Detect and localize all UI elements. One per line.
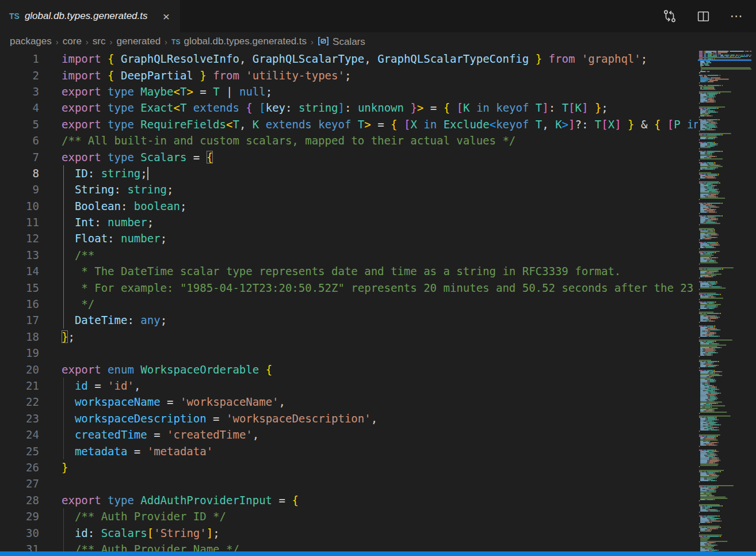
code-line[interactable]: 22 workspaceName = 'workspaceName', (0, 394, 698, 410)
code-line[interactable]: 15 * For example: "1985-04-12T23:20:50.5… (0, 279, 698, 295)
code-line[interactable]: 16 */ (0, 296, 698, 312)
breadcrumb-item-packages[interactable]: packages (10, 36, 52, 47)
line-number: 11 (0, 216, 39, 229)
line-number: 10 (0, 200, 39, 212)
code-line[interactable]: 18}; (0, 329, 698, 345)
line-number: 15 (0, 281, 39, 294)
code-text: */ (62, 298, 94, 310)
code-line[interactable]: 1import { GraphQLResolveInfo, GraphQLSca… (0, 51, 698, 67)
split-editor-icon[interactable] (695, 8, 711, 24)
breadcrumb: packages›core›src›generated›TSglobal.db.… (0, 32, 756, 51)
breadcrumb-item-scalars[interactable]: Scalars (318, 35, 365, 48)
breadcrumb-separator: › (86, 37, 89, 47)
line-number: 20 (0, 363, 39, 376)
more-actions-icon[interactable]: ⋯ (728, 8, 744, 24)
line-number: 5 (0, 118, 39, 131)
code-line[interactable]: 14 * The DateTime scalar type represents… (0, 263, 698, 279)
line-number: 13 (0, 249, 39, 261)
breadcrumb-label: global.db.types.generated.ts (184, 36, 307, 47)
code-line[interactable]: 28export type AddAuthProviderInput = { (0, 492, 698, 508)
line-number: 4 (0, 101, 39, 114)
code-line[interactable]: 6/** All built-in and custom scalars, ma… (0, 132, 698, 148)
code-line[interactable]: 30 id: Scalars['String']; (0, 524, 698, 540)
code-text: workspaceName = 'workspaceName', (62, 395, 285, 408)
code-text: workspaceDescription = 'workspaceDescrip… (62, 412, 377, 425)
code-line[interactable]: 21 id = 'id', (0, 378, 698, 394)
line-number: 9 (0, 183, 39, 196)
code-line[interactable]: 2import { DeepPartial } from 'utility-ty… (0, 67, 698, 83)
code-text: Boolean: boolean; (62, 200, 186, 212)
code-text: metadata = 'metadata' (62, 445, 213, 458)
line-number: 8 (0, 167, 39, 180)
code-line[interactable]: 23 workspaceDescription = 'workspaceDesc… (0, 410, 698, 426)
compare-changes-icon[interactable] (662, 8, 678, 24)
breadcrumb-item-core[interactable]: core (63, 36, 82, 47)
line-number: 26 (0, 461, 39, 474)
breadcrumb-label: src (93, 36, 106, 47)
code-text: ID: string; (62, 167, 147, 180)
tab-global-db-types-generated[interactable]: TS global.db.types.generated.ts × (0, 0, 180, 32)
code-line[interactable]: 29 /** Auth Provider ID */ (0, 508, 698, 524)
code-text: Float: number; (62, 232, 167, 245)
line-number: 2 (0, 69, 39, 82)
code-line[interactable]: 10 Boolean: boolean; (0, 198, 698, 214)
status-bar[interactable] (0, 551, 756, 556)
code-line[interactable]: 24 createdTime = 'createdTime', (0, 426, 698, 443)
code-text: export type Scalars = { (62, 151, 213, 163)
line-number: 29 (0, 510, 39, 523)
breadcrumb-item-src[interactable]: src (93, 36, 106, 47)
indent-guide (63, 508, 64, 556)
code-line[interactable]: 27 (0, 475, 698, 492)
code-line[interactable]: 25 metadata = 'metadata' (0, 443, 698, 459)
minimap[interactable] (698, 51, 756, 556)
line-number: 21 (0, 379, 39, 392)
breadcrumb-label: Scalars (333, 36, 365, 47)
line-number: 18 (0, 330, 39, 343)
code-text: Int: number; (62, 216, 154, 229)
line-number: 22 (0, 395, 39, 408)
code-text: id: Scalars['String']; (62, 527, 220, 539)
code-text: export enum WorkspaceOrderable { (62, 363, 272, 376)
tab-title: global.db.types.generated.ts (25, 10, 148, 22)
breadcrumb-item-generated[interactable]: generated (117, 36, 161, 47)
breadcrumb-separator: › (110, 37, 113, 47)
code-editor[interactable]: 1import { GraphQLResolveInfo, GraphQLSca… (0, 51, 698, 556)
code-text: import { DeepPartial } from 'utility-typ… (62, 69, 351, 82)
indent-guide (63, 165, 64, 329)
code-text: export type Maybe<T> = T | null; (62, 85, 272, 98)
code-line[interactable]: 26} (0, 459, 698, 475)
breadcrumb-item-global-db-types-generated-ts[interactable]: TSglobal.db.types.generated.ts (171, 36, 307, 47)
tab-bar: TS global.db.types.generated.ts × (0, 0, 756, 32)
code-text: /** (62, 249, 94, 261)
code-text: import { GraphQLResolveInfo, GraphQLScal… (62, 52, 647, 65)
line-number: 30 (0, 527, 39, 539)
code-text: export type Exact<T extends { [key: stri… (62, 101, 608, 114)
code-line[interactable]: 5export type RequireFields<T, K extends … (0, 116, 698, 132)
code-line[interactable]: 17 DateTime: any; (0, 312, 698, 328)
text-cursor (147, 167, 148, 180)
code-text: export type AddAuthProviderInput = { (62, 494, 299, 507)
code-text: }; (62, 330, 75, 343)
close-icon[interactable]: × (161, 9, 172, 24)
line-number: 16 (0, 298, 39, 310)
code-text: } (62, 461, 68, 474)
code-line[interactable]: 20export enum WorkspaceOrderable { (0, 361, 698, 377)
code-text: /** Auth Provider ID */ (62, 510, 226, 523)
code-line[interactable]: 12 Float: number; (0, 230, 698, 246)
code-line[interactable]: 11 Int: number; (0, 214, 698, 230)
code-line[interactable]: 4export type Exact<T extends { [key: str… (0, 100, 698, 116)
code-text: id = 'id', (62, 379, 140, 392)
typescript-file-icon: TS (171, 38, 180, 46)
code-text: /** All built-in and custom scalars, map… (62, 134, 516, 147)
code-text: * For example: "1985-04-12T23:20:50.52Z"… (62, 281, 693, 294)
code-line[interactable]: 3export type Maybe<T> = T | null; (0, 83, 698, 100)
code-line[interactable]: 7export type Scalars = { (0, 148, 698, 165)
breadcrumb-label: packages (10, 36, 52, 47)
vscode-window: TS global.db.types.generated.ts × (0, 0, 756, 556)
code-line[interactable]: 13 /** (0, 247, 698, 263)
code-line[interactable]: 9 String: string; (0, 181, 698, 197)
code-line[interactable]: 19 (0, 345, 698, 361)
code-line[interactable]: 8 ID: string; (0, 165, 698, 181)
code-text: * The DateTime scalar type represents da… (62, 265, 621, 277)
breadcrumb-separator: › (56, 37, 59, 47)
